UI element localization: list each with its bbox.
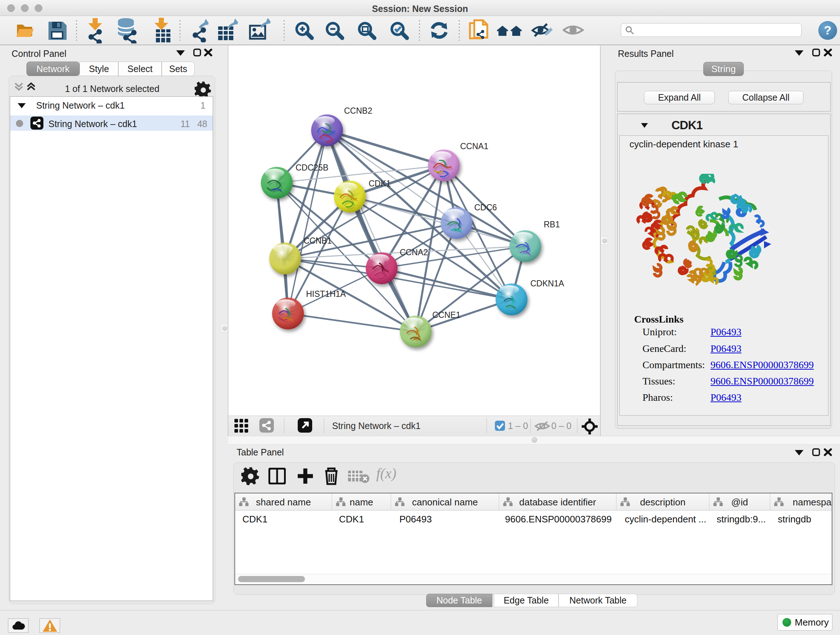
svg-text:CDC6: CDC6	[474, 203, 497, 212]
svg-text:CDKN1A: CDKN1A	[531, 279, 564, 288]
svg-text:CCNB2: CCNB2	[344, 106, 372, 116]
svg-text:HIST1H1A: HIST1H1A	[306, 289, 346, 299]
svg-text:CDC25B: CDC25B	[295, 163, 328, 172]
svg-text:CCNA1: CCNA1	[460, 141, 488, 151]
svg-text:CDK1: CDK1	[369, 179, 391, 188]
svg-text:RB1: RB1	[544, 220, 560, 229]
svg-text:CCNA2: CCNA2	[400, 248, 428, 257]
svg-text:CCNB1: CCNB1	[303, 236, 332, 245]
svg-text:CCNE1: CCNE1	[432, 310, 461, 320]
